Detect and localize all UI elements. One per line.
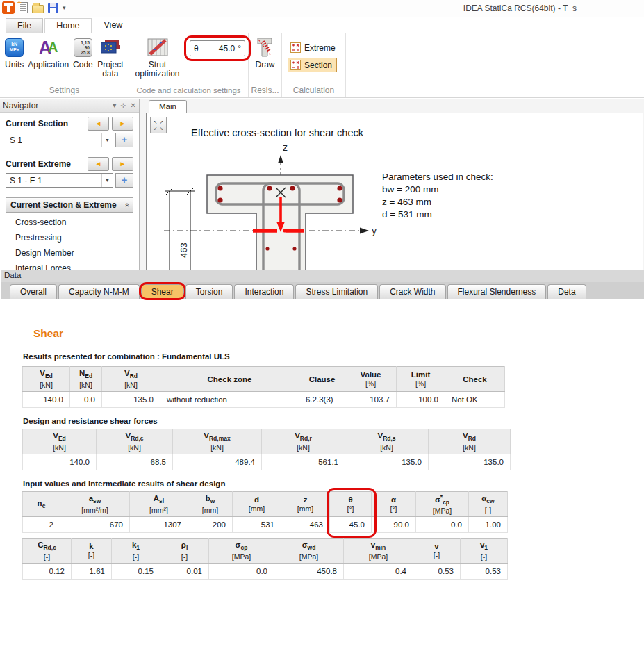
column-header: VRd,r[kN] [262, 429, 345, 454]
column-unit: [MPa] [276, 552, 341, 561]
navigator-item-design-member[interactable]: Design Member [6, 245, 133, 261]
navigator-item-prestressing[interactable]: Prestressing [6, 230, 133, 245]
group-label-calculation: Calculation [282, 85, 345, 97]
shear-inputs-table-2: CRd,c[-]k[-]k1[-]ρl[-]σcp[MPa]σwd[MPa]vm… [22, 538, 508, 580]
add-extreme-button[interactable]: + [115, 173, 133, 188]
draw-icon [256, 36, 274, 58]
column-unit: [MPa] [418, 507, 466, 515]
table-cell: 0.0 [416, 517, 469, 533]
data-tab-capacity-n-m-m[interactable]: Capacity N-M-M [58, 284, 140, 299]
navigator-close-icon[interactable]: ✕ [131, 101, 136, 109]
column-unit: [-] [163, 552, 206, 561]
strut-optimization-icon [147, 36, 168, 58]
section-header-current[interactable]: Current Section & Extreme » [6, 197, 133, 213]
column-header: VRd[kN] [429, 429, 511, 454]
table-row: 0.121.610.150.010.0450.80.40.530.53 [23, 564, 508, 580]
column-header: k1[-] [112, 539, 160, 564]
units-button[interactable]: kNMPa Units [3, 35, 26, 69]
shear-inputs-table-2-container: CRd,c[-]k[-]k1[-]ρl[-]σcp[MPa]σwd[MPa]vm… [22, 538, 644, 580]
table-cell: 0.01 [160, 564, 209, 580]
table-cell: 0.53 [461, 564, 508, 580]
tab-main[interactable]: Main [149, 100, 187, 113]
column-header: Value[%] [345, 367, 397, 392]
data-tab-deta[interactable]: Deta [547, 284, 586, 299]
column-unit: [%] [347, 379, 394, 388]
column-unit: [-] [25, 552, 69, 561]
data-tab-torsion[interactable]: Torsion [185, 284, 233, 299]
table-cell: 1307 [130, 517, 188, 533]
inputs-table-caption: Input values and intermediate results of… [23, 479, 644, 488]
column-unit: [kN] [347, 443, 426, 452]
tab-file[interactable]: File [6, 18, 43, 33]
strut-optimization-button[interactable]: Strut optimization [132, 35, 183, 79]
draw-button[interactable]: Draw [253, 35, 276, 69]
column-unit: [kN] [175, 443, 259, 452]
column-unit: [-] [74, 551, 109, 559]
current-extreme-select[interactable]: S 1 - E 1 ▼ [6, 173, 113, 188]
shear-forces-table: VEd[kN]VRd,c[kN]VRd,max[kN]VRd,r[kN]VRd,… [22, 429, 511, 470]
code-button[interactable]: 1,15 90 25.8 Code [71, 35, 95, 69]
data-tab-flexural-slenderness[interactable]: Flexural Slenderness [447, 284, 547, 299]
section-button[interactable]: Section [288, 58, 337, 72]
column-header: d[mm] [233, 492, 281, 517]
column-unit: [-] [463, 552, 505, 561]
data-tab-shear[interactable]: Shear [141, 284, 184, 299]
table-cell: 103.7 [345, 392, 397, 408]
section-icon [290, 60, 301, 70]
table-cell: 450.8 [274, 564, 344, 580]
canvas-tab-row: Main [140, 99, 644, 113]
extreme-icon [290, 42, 301, 53]
column-header: nc [23, 492, 60, 517]
data-tab-overall[interactable]: Overall [10, 284, 57, 299]
navigator-titlebar: Navigator ▾ ⊹ ✕ [0, 99, 139, 113]
data-tab-stress-limitation[interactable]: Stress Limitation [295, 284, 378, 299]
column-header: VRd[kN] [102, 367, 160, 392]
table-cell: 1.61 [72, 564, 112, 580]
application-button[interactable]: AA Application [26, 35, 71, 69]
column-header: VEd[kN] [23, 367, 70, 392]
drawing-title: Effective cross-section for shear check [191, 127, 363, 138]
dropdown-arrow-icon: ▼ [101, 133, 113, 147]
prev-extreme-button[interactable]: ◄ [88, 157, 109, 171]
next-extreme-button[interactable]: ► [112, 157, 133, 171]
code-icon: 1,15 90 25.8 [74, 36, 92, 58]
navigator-item-cross-section[interactable]: Cross-section [6, 215, 133, 230]
column-header: α[°] [372, 492, 416, 517]
navigator-pin-icon[interactable]: ⊹ [120, 101, 126, 109]
table-cell: 100.0 [397, 392, 445, 408]
navigator-menu-icon[interactable]: ▾ [113, 101, 116, 109]
column-unit: [mm] [235, 504, 279, 513]
add-section-button[interactable]: + [115, 133, 133, 147]
next-section-button[interactable]: ► [112, 117, 133, 131]
column-unit: [mm²] [132, 506, 185, 514]
table-cell: 6.2.3(3) [299, 392, 345, 408]
zoom-fit-button[interactable]: ↖↗ ↙↘ [150, 117, 167, 133]
table-cell: 531 [233, 517, 281, 533]
data-tab-interaction[interactable]: Interaction [234, 284, 294, 299]
group-label-resistance: Resis... [249, 85, 281, 97]
current-section-select[interactable]: S 1 ▼ [6, 133, 113, 147]
ribbon-group-calculation: Extreme Section Calculation [282, 33, 346, 97]
current-section-label: Current Section [6, 119, 85, 129]
column-header: VRd,s[kN] [345, 429, 429, 454]
column-unit: [kN] [99, 443, 170, 452]
column-header: v1[-] [461, 539, 508, 564]
prev-section-button[interactable]: ◄ [88, 117, 109, 131]
group-label-code-calc: Code and calculation settings [129, 85, 248, 97]
theta-angle-field[interactable]: θ 45.0 ° [190, 40, 245, 56]
navigator-title: Navigator [3, 101, 38, 110]
column-header: Limit[%] [397, 367, 445, 392]
shear-heading: Shear [33, 327, 644, 340]
column-unit: [MPa] [211, 552, 272, 561]
tab-home[interactable]: Home [44, 18, 91, 33]
table-cell: 0.12 [23, 564, 72, 580]
tab-view[interactable]: View [93, 18, 134, 33]
project-data-button[interactable]: Project data [95, 35, 126, 79]
table-cell: 140.0 [23, 454, 97, 470]
table-cell: 68.5 [97, 454, 173, 470]
column-unit: [kN] [72, 381, 99, 389]
column-unit: [kN] [431, 443, 508, 452]
extreme-button[interactable]: Extreme [288, 40, 340, 55]
data-tab-crack-width[interactable]: Crack Width [379, 284, 445, 299]
dropdown-arrow-icon: ▼ [101, 174, 113, 187]
